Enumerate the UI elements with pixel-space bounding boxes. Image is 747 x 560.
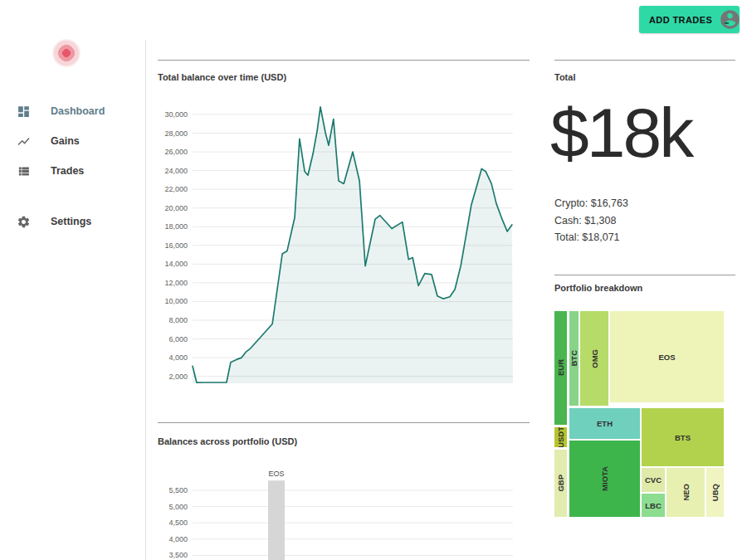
list-icon xyxy=(17,164,31,178)
treemap-cell-label: CVC xyxy=(645,475,662,485)
total-details: Crypto: $16,763 Cash: $1,308 Total: $18,… xyxy=(554,195,628,246)
dashboard-icon xyxy=(17,105,31,119)
treemap-cell-ubq[interactable]: UBQ xyxy=(706,468,724,517)
y-tick-label: 24,000 xyxy=(164,167,188,175)
sidebar-item-label: Dashboard xyxy=(51,105,105,117)
y-tick-label: 14,000 xyxy=(164,260,188,268)
y-tick-label: 18,000 xyxy=(164,222,188,231)
y-tick-label: 4,000 xyxy=(168,353,188,362)
treemap-cell-label: USDT xyxy=(556,427,565,447)
treemap-cell-eur[interactable]: EUR xyxy=(554,311,567,425)
portfolio-title: Portfolio breakdown xyxy=(554,283,642,293)
treemap-cell-omg[interactable]: OMG xyxy=(580,311,608,406)
panel-divider xyxy=(158,422,530,423)
treemap-cell-label: BTC xyxy=(569,350,579,367)
bar-label: EOS xyxy=(268,470,284,478)
y-tick-label: 6,000 xyxy=(168,335,188,343)
sidebar-item-dashboard[interactable]: Dashboard xyxy=(0,97,145,125)
y-tick-label: 4,500 xyxy=(168,519,188,527)
y-tick-label: 28,000 xyxy=(164,129,188,138)
treemap-cell-miota[interactable]: MIOTA xyxy=(569,441,640,517)
sidebar-item-gains[interactable]: Gains xyxy=(0,127,145,155)
y-tick-label: 26,000 xyxy=(164,148,188,156)
line-chart-icon xyxy=(17,134,31,149)
balances-bar-title: Balances across portfolio (USD) xyxy=(158,436,297,446)
treemap-cell-label: BTS xyxy=(675,433,691,442)
sidebar-divider xyxy=(145,40,146,560)
treemap-cell-cvc[interactable]: CVC xyxy=(642,468,665,492)
sidebar-item-label: Gains xyxy=(51,135,80,147)
treemap-cell-label: OMG xyxy=(590,349,599,368)
treemap-cell-label: EOS xyxy=(658,353,675,362)
bar-eos[interactable] xyxy=(268,480,285,560)
treemap-cell-label: MIOTA xyxy=(600,466,609,491)
treemap-cell-label: LBC xyxy=(645,501,662,510)
total-headline: $18k xyxy=(550,93,691,173)
sidebar: Dashboard Gains Trades Settings xyxy=(0,0,145,560)
y-tick-label: 10,000 xyxy=(164,297,188,305)
y-tick-label: 30,000 xyxy=(164,110,188,119)
balances-bar-chart[interactable]: 5,5005,0004,5004,0003,500EOS xyxy=(158,465,515,560)
treemap-cell-label: NEO xyxy=(681,484,691,501)
balance-chart-title: Total balance over time (USD) xyxy=(158,72,286,82)
y-tick-label: 5,500 xyxy=(168,486,188,494)
panel-divider xyxy=(554,275,735,275)
treemap-cell-label: ETH xyxy=(597,419,613,428)
treemap-cell-gbp[interactable]: GBP xyxy=(554,450,567,517)
user-avatar-button[interactable] xyxy=(719,8,741,31)
portfolio-treemap: EURBTCOMGEOSETHUSDTGBPMIOTABTSCVCLBCNEOU… xyxy=(554,311,724,517)
total-detail-total: Total: $18,071 xyxy=(554,229,628,246)
y-tick-label: 8,000 xyxy=(168,316,188,324)
y-tick-label: 3,500 xyxy=(168,551,188,559)
y-tick-label: 20,000 xyxy=(164,204,188,212)
treemap-cell-label: UBQ xyxy=(710,484,720,501)
sidebar-item-label: Settings xyxy=(51,216,91,227)
panel-divider xyxy=(554,60,735,61)
total-detail-crypto: Crypto: $16,763 xyxy=(554,195,628,212)
account-circle-icon xyxy=(719,8,741,31)
sidebar-item-settings[interactable]: Settings xyxy=(0,207,145,236)
treemap-cell-btc[interactable]: BTC xyxy=(569,311,579,406)
y-tick-label: 12,000 xyxy=(164,279,188,287)
app-logo xyxy=(46,33,86,73)
treemap-cell-neo[interactable]: NEO xyxy=(666,468,705,517)
gear-icon xyxy=(17,215,31,229)
total-detail-cash: Cash: $1,308 xyxy=(554,212,628,230)
balance-line-chart[interactable]: 2,0004,0006,0008,00010,00012,00014,00016… xyxy=(158,98,515,390)
y-tick-label: 4,000 xyxy=(168,535,188,543)
treemap-cell-lbc[interactable]: LBC xyxy=(642,494,665,517)
y-tick-label: 5,000 xyxy=(168,503,188,511)
add-trades-label: ADD TRADES xyxy=(649,15,712,25)
treemap-cell-usdt[interactable]: USDT xyxy=(554,427,567,447)
y-tick-label: 16,000 xyxy=(164,241,188,250)
total-title: Total xyxy=(554,72,575,82)
y-tick-label: 2,000 xyxy=(168,373,188,381)
treemap-cell-label: EUR xyxy=(556,359,565,376)
y-tick-label: 22,000 xyxy=(164,185,188,193)
treemap-cell-bts[interactable]: BTS xyxy=(642,408,724,466)
treemap-cell-label: GBP xyxy=(556,475,565,492)
sidebar-item-trades[interactable]: Trades xyxy=(0,157,145,185)
panel-divider xyxy=(158,60,530,61)
treemap-cell-eth[interactable]: ETH xyxy=(569,408,640,439)
treemap-cell-eos[interactable]: EOS xyxy=(610,311,724,402)
sidebar-item-label: Trades xyxy=(51,165,84,177)
